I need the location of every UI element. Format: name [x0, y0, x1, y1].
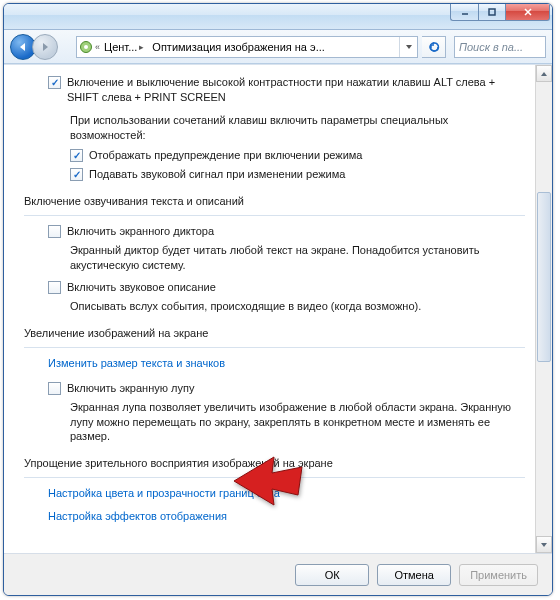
checkbox-icon — [70, 168, 83, 181]
search-input[interactable]: Поиск в па... — [454, 36, 546, 58]
checkbox-play-sound[interactable]: Подавать звуковой сигнал при изменении р… — [70, 167, 525, 182]
scrollbar[interactable] — [535, 65, 552, 553]
checkbox-high-contrast[interactable]: Включение и выключение высокой контрастн… — [48, 75, 525, 105]
button-label: ОК — [325, 569, 340, 581]
content-area: Включение и выключение высокой контрастн… — [4, 65, 535, 553]
svg-point-5 — [84, 45, 88, 49]
window-frame: « Цент... ▸ Оптимизация изображения на э… — [3, 3, 553, 596]
link-resize-text-icons[interactable]: Изменить размер текста и значков — [48, 356, 525, 371]
checkbox-label: Включить экранного диктора — [67, 224, 214, 239]
titlebar — [4, 4, 552, 30]
forward-button[interactable] — [32, 34, 58, 60]
group-magnify-title: Увеличение изображений на экране — [24, 326, 525, 341]
apply-button[interactable]: Применить — [459, 564, 538, 586]
checkbox-icon — [70, 149, 83, 162]
breadcrumb-seg-2[interactable]: Оптимизация изображения на э... — [148, 41, 328, 53]
scroll-down-button[interactable] — [536, 536, 552, 553]
checkbox-label: Включить звуковое описание — [67, 280, 216, 295]
window-buttons — [450, 3, 550, 21]
checkbox-audio-description[interactable]: Включить звуковое описание — [48, 280, 525, 295]
scroll-thumb[interactable] — [537, 192, 551, 362]
checkbox-show-warning[interactable]: Отображать предупреждение при включении … — [70, 148, 525, 163]
breadcrumb[interactable]: « Цент... ▸ Оптимизация изображения на э… — [76, 36, 418, 58]
button-label: Применить — [470, 569, 527, 581]
scroll-up-button[interactable] — [536, 65, 552, 82]
checkbox-icon — [48, 225, 61, 238]
checkbox-icon — [48, 76, 61, 89]
separator — [24, 347, 525, 348]
checkbox-label: Отображать предупреждение при включении … — [89, 148, 362, 163]
footer: ОК Отмена Применить — [4, 553, 552, 595]
checkbox-label: Подавать звуковой сигнал при изменении р… — [89, 167, 345, 182]
magnifier-description: Экранная лупа позволяет увеличить изобра… — [70, 400, 525, 445]
checkbox-label: Включение и выключение высокой контрастн… — [67, 75, 525, 105]
svg-rect-1 — [489, 9, 495, 15]
breadcrumb-seg-1[interactable]: Цент... ▸ — [100, 41, 148, 53]
control-panel-icon — [77, 40, 95, 54]
breadcrumb-label: Цент... — [104, 41, 137, 53]
ok-button[interactable]: ОК — [295, 564, 369, 586]
checkbox-narrator[interactable]: Включить экранного диктора — [48, 224, 525, 239]
content-wrap: Включение и выключение высокой контрастн… — [4, 64, 552, 553]
checkbox-magnifier[interactable]: Включить экранную лупу — [48, 381, 525, 396]
breadcrumb-dropdown[interactable] — [399, 37, 417, 57]
chevron-right-icon: ▸ — [139, 42, 144, 52]
cancel-button[interactable]: Отмена — [377, 564, 451, 586]
checkbox-icon — [48, 382, 61, 395]
scroll-track[interactable] — [536, 82, 552, 536]
maximize-button[interactable] — [478, 3, 506, 21]
combo-intro-text: При использовании сочетаний клавиш включ… — [70, 113, 525, 143]
group-simplify-title: Упрощение зрительного восприятия изображ… — [24, 456, 525, 471]
link-display-effects[interactable]: Настройка эффектов отображения — [48, 509, 525, 524]
checkbox-label: Включить экранную лупу — [67, 381, 194, 396]
checkbox-icon — [48, 281, 61, 294]
close-button[interactable] — [506, 3, 550, 21]
group-narration-title: Включение озвучивания текста и описаний — [24, 194, 525, 209]
refresh-button[interactable] — [422, 36, 446, 58]
audio-description-text: Описывать вслух события, происходящие в … — [70, 299, 525, 314]
button-label: Отмена — [394, 569, 433, 581]
minimize-button[interactable] — [450, 3, 478, 21]
navbar: « Цент... ▸ Оптимизация изображения на э… — [4, 30, 552, 64]
separator — [24, 215, 525, 216]
search-placeholder: Поиск в па... — [459, 41, 523, 53]
nav-buttons — [10, 33, 58, 61]
breadcrumb-label: Оптимизация изображения на э... — [152, 41, 324, 53]
narrator-description: Экранный диктор будет читать любой текст… — [70, 243, 525, 273]
separator — [24, 477, 525, 478]
link-window-border-color[interactable]: Настройка цвета и прозрачности границ ок… — [48, 486, 525, 501]
